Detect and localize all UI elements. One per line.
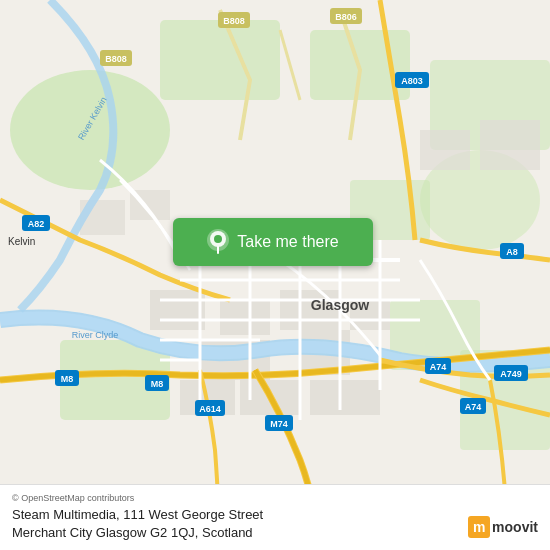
svg-rect-22: [480, 120, 540, 170]
svg-text:M74: M74: [270, 419, 288, 429]
moovit-m-icon: m: [468, 516, 490, 538]
svg-text:A8: A8: [506, 247, 518, 257]
svg-rect-15: [150, 290, 205, 330]
map-container: A82 A803 A8 A74 A74 A749 M8 M8 M74 A614 …: [0, 0, 550, 550]
pin-icon: [207, 229, 229, 255]
svg-rect-10: [220, 300, 270, 335]
svg-text:Glasgow: Glasgow: [311, 297, 369, 313]
svg-rect-17: [310, 380, 380, 415]
svg-text:A74: A74: [465, 402, 482, 412]
svg-text:B808: B808: [223, 16, 245, 26]
moovit-wordmark: moovit: [492, 519, 538, 535]
svg-text:M8: M8: [151, 379, 164, 389]
svg-rect-21: [420, 130, 470, 170]
svg-text:Kelvin: Kelvin: [8, 236, 35, 247]
svg-text:M8: M8: [61, 374, 74, 384]
svg-text:A82: A82: [28, 219, 45, 229]
svg-text:B808: B808: [105, 54, 127, 64]
svg-text:A74: A74: [430, 362, 447, 372]
moovit-logo: m moovit: [468, 516, 538, 538]
osm-attribution: © OpenStreetMap contributors: [12, 493, 538, 503]
svg-text:B806: B806: [335, 12, 357, 22]
svg-text:A803: A803: [401, 76, 423, 86]
take-me-there-button[interactable]: Take me there: [173, 218, 373, 266]
svg-text:A749: A749: [500, 369, 522, 379]
svg-rect-2: [160, 20, 280, 100]
address-text: Steam Multimedia, 111 West George Street…: [12, 506, 538, 542]
take-me-there-label: Take me there: [237, 233, 338, 251]
svg-text:River Clyde: River Clyde: [72, 330, 119, 340]
map-svg: A82 A803 A8 A74 A74 A749 M8 M8 M74 A614 …: [0, 0, 550, 550]
svg-point-55: [214, 235, 222, 243]
svg-text:A614: A614: [199, 404, 221, 414]
